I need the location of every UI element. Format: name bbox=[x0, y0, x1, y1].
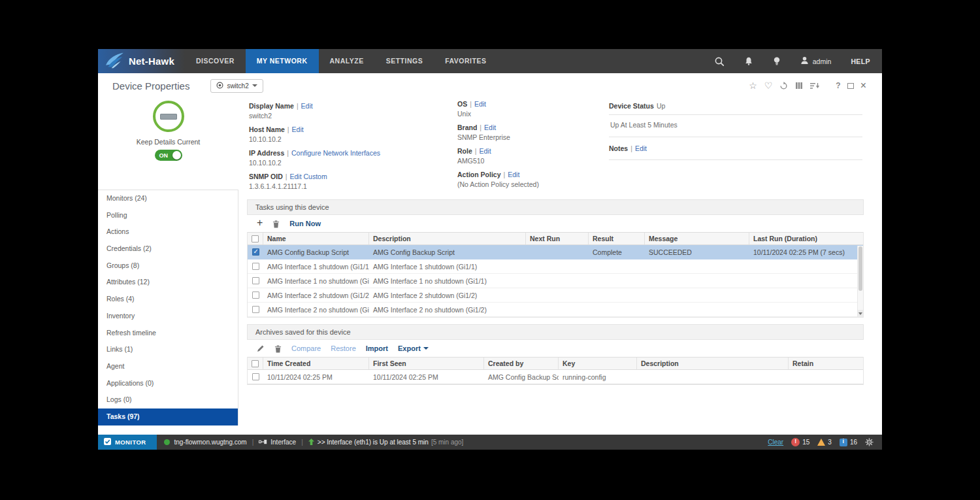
column-header-time-created[interactable]: Time Created bbox=[263, 358, 369, 369]
edit-archive-pencil-icon[interactable] bbox=[257, 344, 265, 352]
row-checkbox[interactable] bbox=[252, 263, 259, 270]
device-selector[interactable]: switch2 bbox=[210, 79, 263, 93]
device-status-label: Device Status bbox=[609, 102, 655, 110]
add-task-button[interactable]: + bbox=[257, 218, 263, 228]
edit-display-name-link[interactable]: Edit bbox=[301, 102, 313, 110]
sort-icon[interactable] bbox=[810, 82, 819, 90]
menu-item-attributes[interactable]: Attributes (12) bbox=[98, 274, 238, 291]
switch-device-icon bbox=[160, 114, 177, 120]
menu-item-actions[interactable]: Actions bbox=[98, 224, 238, 241]
column-header-result[interactable]: Result bbox=[589, 233, 645, 244]
nav-analyze[interactable]: ANALYZE bbox=[319, 49, 375, 73]
scroll-down-arrow-icon[interactable] bbox=[858, 310, 863, 317]
column-header-description[interactable]: Description bbox=[369, 233, 526, 244]
column-header-description[interactable]: Description bbox=[637, 358, 789, 369]
nav-discover[interactable]: DISCOVER bbox=[185, 49, 246, 73]
edit-role-link[interactable]: Edit bbox=[480, 147, 491, 155]
error-count-badge[interactable]: 15 bbox=[791, 438, 809, 446]
column-header-last-run[interactable]: Last Run (Duration) bbox=[749, 233, 863, 244]
select-all-checkbox[interactable] bbox=[252, 235, 259, 242]
device-side-panel: Keep Details Current ON Monitors (24) Po… bbox=[98, 98, 238, 435]
edit-host-name-link[interactable]: Edit bbox=[292, 125, 304, 133]
edit-os-link[interactable]: Edit bbox=[474, 100, 486, 108]
notifications-bell-icon[interactable] bbox=[744, 56, 753, 66]
delete-task-icon[interactable] bbox=[272, 220, 280, 228]
help-icon[interactable]: ? bbox=[836, 82, 840, 90]
status-message[interactable]: >> Interface (eth1) is Up at least 5 min bbox=[318, 439, 429, 446]
nav-favorites[interactable]: FAVORITES bbox=[434, 49, 497, 73]
select-all-checkbox[interactable] bbox=[252, 360, 259, 367]
monitor-badge[interactable]: MONITOR bbox=[98, 435, 157, 450]
menu-item-credentials[interactable]: Credentials (2) bbox=[98, 241, 238, 258]
brand-logo[interactable]: Net-Hawk bbox=[98, 49, 185, 73]
task-row[interactable]: AMG Interface 1 shutdown (Gi1/1) AMG Int… bbox=[248, 259, 863, 274]
menu-item-polling[interactable]: Polling bbox=[98, 207, 238, 224]
compare-button[interactable]: Compare bbox=[291, 344, 321, 352]
info-count-badge[interactable]: 16 bbox=[840, 439, 857, 446]
search-icon[interactable] bbox=[714, 56, 725, 67]
health-heart-icon[interactable]: ♡ bbox=[764, 81, 773, 90]
restore-button[interactable]: Restore bbox=[331, 344, 356, 352]
menu-item-refresh-timeline[interactable]: Refresh timeline bbox=[98, 325, 238, 342]
configure-network-interfaces-link[interactable]: Configure Network Interfaces bbox=[291, 149, 380, 157]
row-checkbox[interactable] bbox=[252, 248, 259, 256]
clear-link[interactable]: Clear bbox=[768, 439, 783, 446]
menu-item-roles[interactable]: Roles (4) bbox=[98, 291, 238, 308]
export-button[interactable]: Export bbox=[398, 344, 429, 352]
menu-item-inventory[interactable]: Inventory bbox=[98, 308, 238, 325]
status-host[interactable]: tng-flowmon.wugtng.com bbox=[174, 439, 246, 446]
column-header-key[interactable]: Key bbox=[559, 358, 637, 369]
column-header-name[interactable]: Name bbox=[263, 233, 369, 244]
menu-item-monitors[interactable]: Monitors (24) bbox=[98, 190, 238, 207]
run-now-button[interactable]: Run Now bbox=[289, 220, 321, 227]
scrollbar-thumb[interactable] bbox=[858, 246, 862, 291]
tasks-section: Tasks using this device + Run Now Name D… bbox=[247, 199, 864, 318]
warning-count-badge[interactable]: 3 bbox=[817, 439, 832, 446]
lightbulb-icon[interactable] bbox=[773, 56, 781, 66]
columns-icon[interactable] bbox=[795, 82, 803, 90]
menu-item-tasks[interactable]: Tasks (97) bbox=[98, 408, 238, 425]
column-header-message[interactable]: Message bbox=[645, 233, 749, 244]
menu-item-logs[interactable]: Logs (0) bbox=[98, 392, 238, 408]
row-checkbox[interactable] bbox=[252, 306, 259, 313]
menu-item-agent[interactable]: Agent bbox=[98, 358, 238, 375]
edit-action-policy-link[interactable]: Edit bbox=[508, 171, 519, 178]
tasks-scrollbar[interactable] bbox=[857, 246, 863, 317]
import-button[interactable]: Import bbox=[366, 344, 388, 352]
row-checkbox[interactable] bbox=[252, 277, 259, 284]
toggle-knob bbox=[172, 151, 181, 159]
edit-brand-link[interactable]: Edit bbox=[484, 124, 496, 131]
menu-item-groups[interactable]: Groups (8) bbox=[98, 258, 238, 275]
nav-my-network[interactable]: MY NETWORK bbox=[246, 49, 319, 73]
task-last-run bbox=[749, 288, 863, 302]
user-menu[interactable]: admin bbox=[800, 56, 832, 66]
prop-value: 1.3.6.1.4.1.21117.1 bbox=[249, 182, 448, 191]
keep-current-toggle[interactable]: ON bbox=[155, 150, 182, 161]
tasks-section-title: Tasks using this device bbox=[247, 199, 864, 215]
edit-custom-oid-link[interactable]: Edit Custom bbox=[289, 173, 327, 180]
menu-item-links[interactable]: Links (1) bbox=[98, 341, 238, 358]
menu-item-applications[interactable]: Applications (0) bbox=[98, 375, 238, 392]
delete-archive-icon[interactable] bbox=[274, 344, 282, 353]
edit-notes-link[interactable]: Edit bbox=[635, 144, 647, 152]
refresh-icon[interactable] bbox=[779, 82, 788, 90]
archive-row[interactable]: 10/11/2024 02:25 PM 10/11/2024 02:25 PM … bbox=[248, 370, 863, 384]
row-checkbox[interactable] bbox=[252, 292, 259, 299]
settings-gear-icon[interactable] bbox=[865, 438, 874, 446]
column-header-next-run[interactable]: Next Run bbox=[526, 233, 589, 244]
task-row[interactable]: AMG Interface 2 shutdown (Gi1/2) AMG Int… bbox=[248, 288, 863, 303]
prop-value: Unix bbox=[457, 110, 604, 118]
task-row[interactable]: AMG Interface 2 no shutdown (Gi1/2) AMG … bbox=[248, 303, 863, 317]
row-checkbox[interactable] bbox=[252, 373, 259, 380]
help-button[interactable]: HELP bbox=[851, 58, 870, 65]
maximize-icon[interactable] bbox=[847, 83, 854, 89]
favorite-star-icon[interactable]: ☆ bbox=[749, 81, 757, 90]
nav-settings[interactable]: SETTINGS bbox=[375, 49, 434, 73]
column-header-created-by[interactable]: Created by bbox=[484, 358, 559, 369]
column-header-retain[interactable]: Retain bbox=[789, 358, 863, 369]
close-icon[interactable]: × bbox=[860, 80, 866, 91]
task-row[interactable]: AMG Config Backup Script AMG Config Back… bbox=[248, 245, 863, 259]
interface-label[interactable]: Interface bbox=[270, 439, 296, 446]
task-row[interactable]: AMG Interface 1 no shutdown (Gi1/1) AMG … bbox=[248, 274, 863, 288]
column-header-first-seen[interactable]: First Seen bbox=[369, 358, 484, 369]
